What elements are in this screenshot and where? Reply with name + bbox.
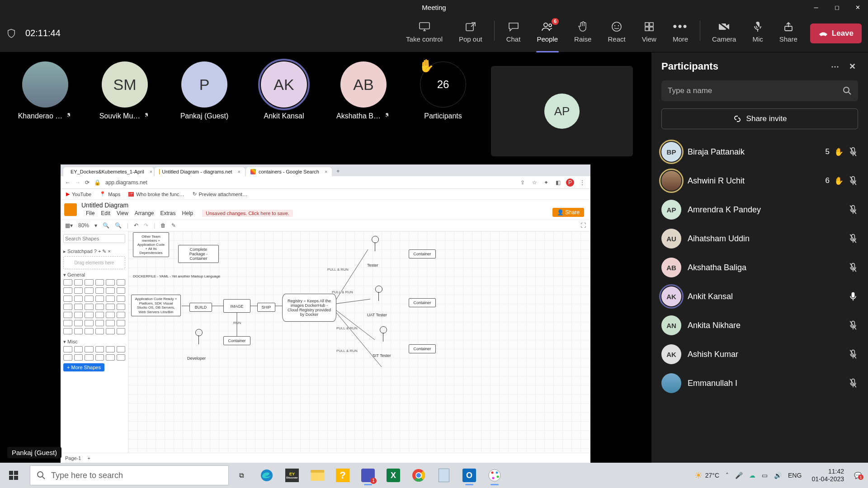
participant-row[interactable]: Emmanullah I	[658, 369, 862, 398]
unsaved-warning[interactable]: Unsaved changes. Click here to save.	[202, 210, 293, 217]
volume-icon[interactable]: 🔊	[774, 472, 782, 479]
tool-icon[interactable]: ▦▾	[65, 222, 73, 229]
notifications-button[interactable]: 💬1	[854, 472, 862, 479]
participant-list[interactable]: BP Biraja Pattanaik 5✋ Ashwini R Uchit 6…	[651, 136, 868, 463]
camera-button[interactable]: Camera	[704, 19, 744, 48]
weather-widget[interactable]: ☀27°C	[694, 470, 719, 481]
mic-off-icon[interactable]	[848, 205, 858, 215]
fullscreen-icon[interactable]: ⛶	[580, 222, 586, 229]
mic-off-icon[interactable]	[848, 378, 858, 388]
nav-forward-icon[interactable]: →	[75, 179, 80, 186]
mic-off-icon[interactable]	[848, 176, 858, 186]
diagram-node[interactable]: BUILD	[189, 303, 212, 312]
view-button[interactable]: View	[634, 19, 665, 48]
diagram-node[interactable]: Container	[409, 298, 436, 307]
more-button[interactable]: ••• More	[665, 19, 696, 48]
menu-help[interactable]: Help	[182, 210, 193, 216]
chrome-app[interactable]	[407, 465, 430, 486]
close-button[interactable]: ✕	[847, 0, 868, 14]
menu-file[interactable]: File	[86, 210, 94, 216]
stick-figure-icon[interactable]	[372, 286, 385, 311]
diagram-node[interactable]: Container	[409, 344, 436, 353]
browser-tab[interactable]: EY_Dockers&Kubernetes_1-April×	[63, 167, 154, 176]
shape-palette[interactable]	[63, 346, 125, 361]
notepad-app[interactable]	[432, 465, 456, 486]
react-button[interactable]: React	[599, 19, 633, 48]
nav-back-icon[interactable]: ←	[65, 179, 71, 186]
tab-close-icon[interactable]: ×	[325, 169, 327, 174]
diagram-node[interactable]: Application Code Ready + Platform, SDK V…	[131, 295, 181, 316]
tab-close-icon[interactable]: ×	[150, 169, 152, 174]
zoom-out-icon[interactable]: 🔍	[103, 222, 109, 229]
task-view-button[interactable]: ⧉	[231, 471, 251, 479]
participant-row[interactable]: Ashwini R Uchit 6✋	[658, 166, 862, 195]
share-icon[interactable]: ⇪	[519, 179, 526, 186]
edge-app[interactable]	[255, 465, 278, 486]
leave-button[interactable]: Leave	[810, 23, 862, 43]
reload-icon[interactable]: ⟳	[85, 179, 90, 186]
scratchpad[interactable]: Drag elements here	[63, 256, 125, 269]
search-shapes-input[interactable]	[63, 234, 125, 243]
participant-row[interactable]: AU Aihatsham Uddin	[658, 224, 862, 253]
overflow-participants[interactable]: ✋26 Participants	[411, 61, 475, 120]
participant-bubble[interactable]: P Pankaj (Guest)	[173, 61, 236, 120]
maximize-button[interactable]: ◻	[826, 0, 847, 14]
extension-icon[interactable]: ✦	[542, 179, 550, 186]
diagram-node[interactable]: Complete Package - Container	[178, 245, 219, 263]
undo-icon[interactable]: ↶	[134, 222, 138, 229]
teams-app[interactable]: 1	[356, 465, 380, 486]
participant-bubble[interactable]: AK Ankit Kansal	[252, 61, 316, 120]
diagram-node[interactable]: SHIP	[257, 303, 275, 312]
minimize-button[interactable]: ─	[806, 0, 826, 14]
take-control-button[interactable]: Take control	[398, 19, 451, 48]
ey-app[interactable]: EYDiscover	[280, 465, 304, 486]
page-tab[interactable]: Page-1	[65, 455, 81, 461]
tool-icon[interactable]: ✎	[171, 222, 176, 229]
new-tab-button[interactable]: +	[333, 166, 343, 176]
bookmark[interactable]: ITWho broke the func…	[128, 192, 184, 197]
menu-extras[interactable]: Extras	[160, 210, 176, 216]
bookmark[interactable]: ↻Preview attachment…	[193, 191, 248, 197]
tray-chevron-icon[interactable]: ˄	[726, 472, 729, 479]
menu-icon[interactable]: ⋮	[579, 179, 586, 186]
participant-bubble[interactable]: SM Souvik Mu…	[93, 61, 156, 120]
help-app[interactable]: ?	[331, 465, 354, 486]
share-button[interactable]: Share	[771, 19, 806, 48]
share-invite-button[interactable]: Share invite	[661, 108, 858, 129]
diagram-title[interactable]: Untitled Diagram	[81, 202, 297, 209]
participant-bubble[interactable]: AB Akshatha B…	[332, 61, 395, 120]
participant-row[interactable]: BP Biraja Pattanaik 5✋	[658, 137, 862, 166]
bookmark[interactable]: 📍Maps	[99, 191, 120, 197]
zoom-in-icon[interactable]: 🔍	[115, 222, 122, 229]
stick-figure-icon[interactable]	[376, 326, 390, 352]
star-icon[interactable]: ☆	[531, 179, 538, 186]
mic-off-icon[interactable]	[848, 320, 858, 330]
delete-icon[interactable]: 🗑	[160, 222, 166, 229]
participant-row[interactable]: AP Amrendra K Pandey	[658, 195, 862, 224]
diagram-node[interactable]: IMAGE	[223, 299, 250, 313]
raise-hand-button[interactable]: Raise	[566, 19, 599, 48]
menu-view[interactable]: View	[117, 210, 128, 216]
tab-close-icon[interactable]: ×	[238, 169, 241, 174]
spotlight-tile[interactable]: AP	[491, 66, 633, 156]
start-button[interactable]	[0, 471, 27, 480]
mic-off-icon[interactable]	[848, 263, 858, 272]
redo-icon[interactable]: ↷	[144, 222, 148, 229]
onedrive-icon[interactable]: ☁	[749, 472, 755, 479]
tray-mic-icon[interactable]: 🎤	[735, 472, 743, 479]
diagram-node[interactable]: Container	[223, 336, 250, 345]
mic-off-icon[interactable]	[848, 234, 858, 244]
participant-row[interactable]: AK Ashish Kumar	[658, 340, 862, 369]
menu-edit[interactable]: Edit	[101, 210, 110, 216]
participant-search-input[interactable]: Type a name	[661, 80, 858, 101]
people-button[interactable]: 6 People	[528, 19, 566, 48]
url-text[interactable]: app.diagrams.net	[105, 179, 514, 186]
diagram-cylinder[interactable]: Registry = Keeps All the images DockerHu…	[282, 294, 336, 322]
bookmark[interactable]: ▶YouTube	[66, 191, 91, 197]
mic-on-icon[interactable]	[848, 291, 858, 301]
excel-app[interactable]: X	[382, 465, 405, 486]
mic-button[interactable]: Mic	[744, 19, 771, 48]
diagram-text[interactable]: DOCKERFILE - YAML - Yet another Markup L…	[133, 274, 183, 278]
stick-figure-icon[interactable]	[368, 236, 382, 261]
browser-tab[interactable]: Untitled Diagram - diagrams.net×	[155, 167, 245, 176]
